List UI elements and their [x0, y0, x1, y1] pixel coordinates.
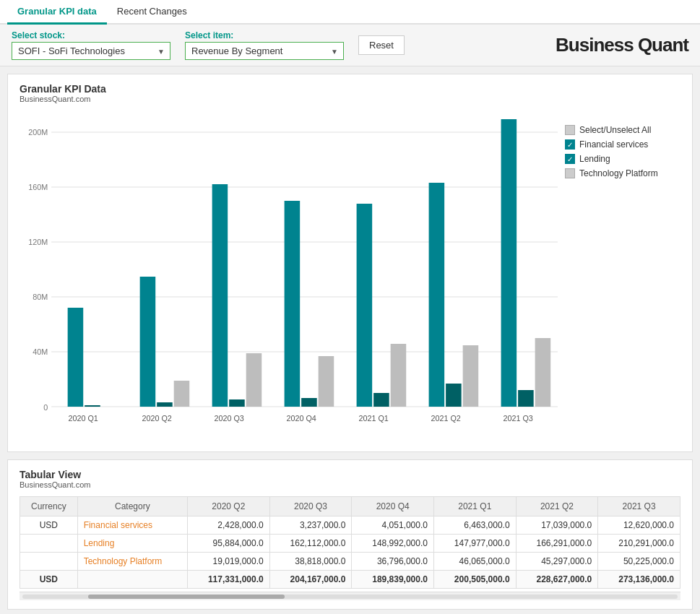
cell-financial-q3-2020: 3,237,000.0 — [269, 516, 352, 535]
chart-area: 0 40M 80M 120M 160M 200M — [20, 111, 558, 443]
col-2021q3: 2021 Q3 — [598, 497, 680, 516]
bar-lending-q2-2021 — [429, 183, 445, 407]
legend-checkbox-lending[interactable] — [565, 154, 575, 164]
cell-tech-q4-2020: 36,796,000.0 — [352, 553, 434, 571]
bar-tech-q2-2021 — [463, 345, 479, 407]
item-label: Select item: — [185, 30, 344, 40]
col-2021q2: 2021 Q2 — [516, 497, 598, 516]
cell-tech-q1-2021: 46,065,000.0 — [433, 553, 516, 571]
scrollbar[interactable] — [20, 592, 680, 600]
cell-total-q1-2021: 200,505,000.0 — [433, 571, 516, 589]
table-row-financial: USD Financial services 2,428,000.0 3,237… — [20, 516, 680, 535]
bar-lending-q4-2020 — [285, 201, 301, 407]
cell-financial-q4-2020: 4,051,000.0 — [352, 516, 434, 535]
svg-text:2021 Q2: 2021 Q2 — [431, 414, 460, 423]
legend-checkbox-select-all[interactable] — [565, 125, 575, 135]
cell-category-lending: Lending — [77, 535, 187, 553]
bar-financial-q1-2021 — [373, 393, 389, 407]
svg-text:2020 Q2: 2020 Q2 — [142, 414, 172, 423]
cell-total-q3-2021: 273,136,000.0 — [598, 571, 680, 589]
bar-financial-q3-2021 — [518, 390, 534, 407]
cell-financial-q2-2020: 2,428,000.0 — [188, 516, 270, 535]
legend-financial[interactable]: Financial services — [565, 139, 680, 150]
chart-subtitle: BusinessQuant.com — [20, 95, 680, 103]
table-subtitle: BusinessQuant.com — [20, 480, 680, 489]
table-row-technology: Technology Platform 19,019,000.0 38,818,… — [20, 553, 680, 571]
cell-total-q3-2020: 204,167,000.0 — [269, 571, 352, 589]
cell-lending-q1-2021: 147,977,000.0 — [433, 535, 516, 553]
cell-tech-q2-2021: 45,297,000.0 — [516, 553, 598, 571]
chart-container: 0 40M 80M 120M 160M 200M — [20, 111, 680, 443]
legend-area: Select/Unselect All Financial services L… — [565, 111, 680, 443]
legend-technology[interactable]: Technology Platform — [565, 168, 680, 178]
bar-lending-q3-2020 — [212, 184, 228, 407]
svg-text:2020 Q4: 2020 Q4 — [286, 414, 316, 423]
cell-tech-q2-2020: 19,019,000.0 — [188, 553, 270, 571]
main-content: Granular KPI Data BusinessQuant.com 0 — [0, 66, 700, 614]
cell-tech-q3-2020: 38,818,000.0 — [269, 553, 352, 571]
logo: Business Quant — [556, 34, 688, 56]
scrollbar-track[interactable] — [22, 594, 678, 599]
legend-label-lending: Lending — [579, 154, 610, 164]
bar-financial-q3-2020 — [229, 399, 245, 407]
table-title: Tabular View — [20, 469, 680, 480]
cell-financial-q3-2021: 12,620,000.0 — [598, 516, 680, 535]
item-select[interactable]: Revenue By Segment — [185, 42, 344, 60]
cell-lending-q4-2020: 148,992,000.0 — [352, 535, 434, 553]
legend-select-all[interactable]: Select/Unselect All — [565, 125, 680, 135]
cell-lending-q3-2021: 210,291,000.0 — [598, 535, 680, 553]
table-header-row: Currency Category 2020 Q2 2020 Q3 2020 Q… — [20, 497, 680, 516]
stock-select[interactable]: SOFI - SoFi Technologies — [12, 42, 170, 60]
svg-text:80M: 80M — [33, 293, 48, 301]
svg-text:2021 Q1: 2021 Q1 — [358, 414, 388, 423]
cell-tech-q3-2021: 50,225,000.0 — [598, 553, 680, 571]
bar-lending-q1-2020 — [68, 308, 84, 407]
cell-category-total — [77, 571, 187, 589]
tab-granular[interactable]: Granular KPI data — [7, 0, 107, 25]
cell-currency-financial: USD — [20, 516, 78, 535]
svg-text:2020 Q1: 2020 Q1 — [69, 414, 98, 423]
cell-currency-technology — [20, 553, 78, 571]
tab-recent-changes[interactable]: Recent Changes — [107, 0, 197, 25]
cell-financial-q2-2021: 17,039,000.0 — [516, 516, 598, 535]
stock-select-wrapper[interactable]: SOFI - SoFi Technologies — [12, 42, 170, 60]
svg-text:120M: 120M — [28, 238, 48, 246]
cell-currency-lending — [20, 535, 78, 553]
col-category: Category — [77, 497, 187, 516]
bar-tech-q3-2021 — [535, 338, 551, 407]
cell-lending-q3-2020: 162,112,000.0 — [269, 535, 352, 553]
svg-text:2020 Q3: 2020 Q3 — [214, 414, 243, 423]
item-select-wrapper[interactable]: Revenue By Segment — [185, 42, 344, 60]
cell-category-technology: Technology Platform — [77, 553, 187, 571]
legend-lending[interactable]: Lending — [565, 154, 680, 164]
bar-tech-q2-2020 — [174, 381, 190, 407]
bar-financial-q2-2020 — [157, 402, 173, 407]
legend-checkbox-technology[interactable] — [565, 168, 575, 178]
legend-label-technology: Technology Platform — [579, 168, 658, 178]
stock-label: Select stock: — [12, 30, 170, 40]
legend-checkbox-financial[interactable] — [565, 139, 575, 150]
col-currency: Currency — [20, 497, 78, 516]
cell-category-financial: Financial services — [77, 516, 187, 535]
cell-currency-total: USD — [20, 571, 78, 589]
scrollbar-thumb[interactable] — [88, 594, 285, 599]
controls-bar: Select stock: SOFI - SoFi Technologies S… — [0, 25, 700, 66]
svg-text:40M: 40M — [33, 347, 48, 356]
svg-text:0: 0 — [43, 403, 48, 412]
bar-lending-q1-2021 — [357, 204, 373, 407]
tabs-bar: Granular KPI data Recent Changes — [0, 0, 700, 25]
item-control: Select item: Revenue By Segment — [185, 30, 344, 60]
data-table: Currency Category 2020 Q2 2020 Q3 2020 Q… — [20, 496, 680, 589]
bar-financial-q4-2020 — [301, 398, 317, 407]
bar-tech-q1-2021 — [391, 344, 407, 407]
bar-tech-q3-2020 — [246, 353, 262, 407]
svg-text:200M: 200M — [28, 128, 48, 137]
cell-lending-q2-2020: 95,884,000.0 — [188, 535, 270, 553]
bar-lending-q3-2021 — [501, 119, 517, 407]
reset-button[interactable]: Reset — [358, 35, 405, 55]
cell-lending-q2-2021: 166,291,000.0 — [516, 535, 598, 553]
table-section: Tabular View BusinessQuant.com Currency … — [7, 459, 693, 610]
col-2020q2: 2020 Q2 — [188, 497, 270, 516]
chart-section: Granular KPI Data BusinessQuant.com 0 — [7, 74, 693, 452]
col-2020q4: 2020 Q4 — [352, 497, 434, 516]
